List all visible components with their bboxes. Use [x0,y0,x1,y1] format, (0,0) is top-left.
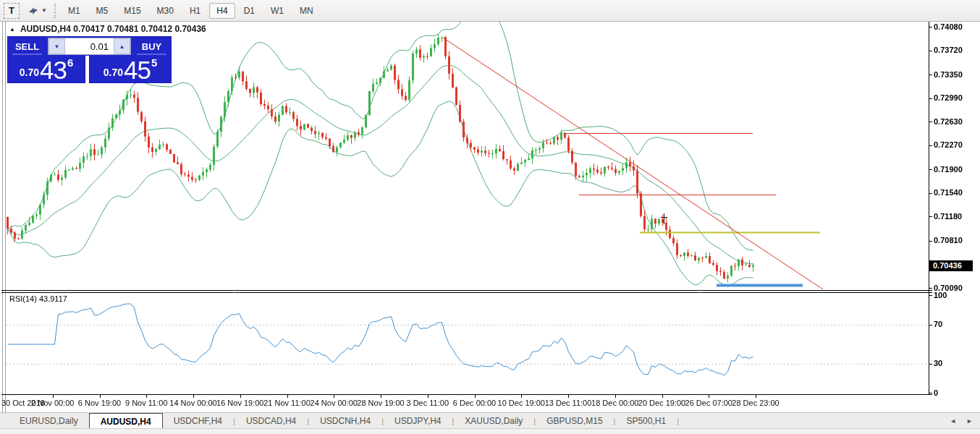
date-tick-label: 26 Dec 07:00 [685,399,732,407]
price-tick-label: 0.70810 [934,236,963,244]
price-tick-label: 0.72990 [934,93,963,102]
buy-price-big-digits: 45 [124,59,151,81]
price-tick-label: 0.73720 [934,46,963,54]
sell-price-big-digits: 43 [40,59,67,81]
date-tick-label: 6 Dec 00:00 [453,399,496,407]
rsi-tick-label: 30 [934,359,942,367]
chart-tab-eurusd-daily[interactable]: EURUSD,Daily [9,413,89,429]
date-tick-label: 28 Dec 23:00 [732,399,779,407]
date-tick-label: 13 Dec 11:00 [545,399,592,407]
chart-title-text: AUDUSD,H4 0.70417 0.70481 0.70412 0.7043… [20,24,206,34]
date-tick-label: 20 Dec 19:00 [638,399,685,407]
rsi-tick-label: 70 [934,320,942,328]
volume-decrease-button[interactable]: ▼ [48,38,65,54]
chart-tab-usdjpy-h4[interactable]: USDJPY,H4 [384,413,452,429]
buy-price-display[interactable]: 0.70 45 5 [89,56,172,83]
price-tick-label: 0.71180 [934,212,962,221]
date-tick-label: 10 Dec 19:00 [498,399,545,407]
rsi-indicator-label: RSI(14) 43.9117 [9,294,67,303]
date-tick-label: 9 Nov 11:00 [125,399,168,407]
price-tick-label: 0.74080 [934,22,963,31]
volume-stepper: ▼ 0.01 ▲ [48,38,131,55]
chart-tab-usdcnh-h4[interactable]: USDCNH,H4 [309,413,381,429]
chart-title: ▲ AUDUSD,H4 0.70417 0.70481 0.70412 0.70… [9,24,206,34]
date-tick-label: 14 Nov 00:00 [169,399,216,407]
tab-scroll-left-icon[interactable]: ◄ [950,417,956,425]
date-tick-label: 28 Nov 19:00 [357,399,404,407]
chart-tab-usdcad-h4[interactable]: USDCAD,H4 [235,413,307,429]
sell-price-pip-digit: 6 [67,56,73,69]
buy-price-prefix: 0.70 [104,67,123,78]
sell-price-display[interactable]: 0.70 43 6 [7,56,85,83]
text-tool-button[interactable]: T [4,3,20,19]
buy-price-pip-digit: 5 [151,56,157,69]
volume-value[interactable]: 0.01 [65,38,114,54]
timeframe-button-d1[interactable]: D1 [237,3,262,19]
price-tick-label: 0.72270 [934,140,963,149]
chart-tab-audusd-h4[interactable]: AUDUSD,H4 [89,413,163,429]
rsi-tick-label: 100 [934,291,947,299]
date-tick-label: 16 Nov 19:00 [216,399,263,407]
status-bar [0,428,980,434]
toolbar-grip [54,4,56,18]
timeframe-button-m30[interactable]: M30 [150,3,181,19]
chart-tabs-bar: EURUSD,DailyAUDUSD,H4USDCHF,H4|USDCAD,H4… [0,412,980,429]
timeframe-button-w1[interactable]: W1 [263,3,291,19]
chart-tabs: EURUSD,DailyAUDUSD,H4USDCHF,H4|USDCAD,H4… [9,413,679,429]
date-tick-label: 6 Nov 19:00 [78,399,121,407]
price-tick-label: 0.71900 [934,165,963,174]
sell-price-prefix: 0.70 [20,67,39,78]
price-tick-label: 0.72630 [934,117,963,126]
one-click-trading-panel: SELL ▼ 0.01 ▲ BUY 0.70 43 6 0.70 45 5 [7,36,172,83]
dropdown-caret-icon[interactable]: ▼ [41,7,47,14]
price-tick-label: 0.73350 [934,70,963,79]
current-price-badge: 0.70436 [929,260,973,271]
timeframe-button-m1[interactable]: M1 [61,3,88,19]
application-window: T ▼ M1M5M15M30H1H4D1W1MN ▲ AUDUSD,H4 0.7… [0,0,980,434]
timeframe-button-mn[interactable]: MN [292,3,321,19]
collapse-triangle-icon[interactable]: ▲ [9,26,15,33]
date-tick-label: 2 Nov 00:00 [31,399,74,407]
timeframe-buttons: M1M5M15M30H1H4D1W1MN [61,3,321,19]
chart-tab-sp500-h1[interactable]: SP500,H1 [615,413,677,429]
timeframe-button-h4[interactable]: H4 [209,3,235,19]
top-toolbar: T ▼ M1M5M15M30H1H4D1W1MN [0,0,980,22]
date-tick-label: 18 Dec 00:00 [591,399,638,407]
chart-tab-usdchf-h4[interactable]: USDCHF,H4 [163,413,233,429]
rsi-tick-label: 0 [934,388,938,397]
date-tick-label: 24 Nov 00:00 [311,399,358,407]
volume-increase-button[interactable]: ▲ [114,38,130,54]
timeframe-button-h1[interactable]: H1 [182,3,208,19]
timeframe-button-m5[interactable]: M5 [89,3,116,19]
sell-button[interactable]: SELL [8,37,46,56]
tab-separator: | [677,413,679,429]
chart-tab-gbpusd-m15[interactable]: GBPUSD,M15 [536,413,613,429]
date-tick-label: 3 Dec 11:00 [406,399,449,407]
tab-scroll-right-icon[interactable]: ► [966,417,973,425]
chart-tab-xauusd-daily[interactable]: XAUUSD,Daily [454,413,533,429]
buy-button[interactable]: BUY [132,37,171,56]
price-tick-label: 0.71540 [934,188,963,197]
cycle-symbols-icon[interactable] [27,4,40,17]
date-tick-label: 21 Nov 11:00 [263,399,311,407]
timeframe-button-m15[interactable]: M15 [117,3,148,19]
